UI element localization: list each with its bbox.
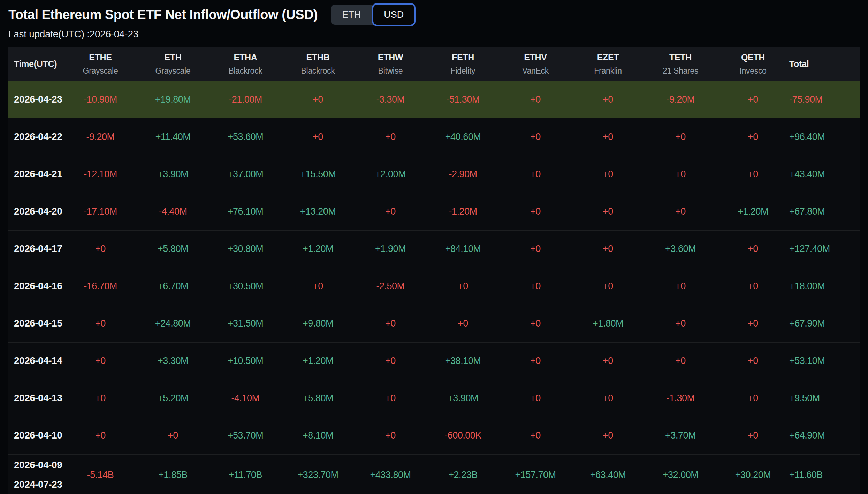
flow-value-cell: +0: [499, 417, 572, 454]
flow-value-cell: -10.90M: [64, 81, 137, 118]
flow-value-cell: +0: [644, 193, 717, 230]
etf-flow-table: Time(UTC) ETHEGrayscaleETHGrayscaleETHAB…: [8, 47, 860, 494]
total-cell: +11.60B: [789, 454, 860, 494]
flow-value-cell: +15.50M: [282, 156, 354, 193]
flow-value-cell: -2.50M: [354, 268, 427, 305]
flow-value-cell: -600.00K: [427, 417, 499, 454]
table-row[interactable]: 2026-04-092024-07-23-5.14B+1.85B+11.70B+…: [8, 454, 860, 494]
flow-value-cell: +0: [717, 342, 789, 380]
flow-value-cell: +0: [717, 81, 789, 118]
date-cell: 2026-04-17: [8, 230, 64, 268]
flow-value-cell: -9.20M: [644, 81, 717, 118]
flow-value-cell: +0: [717, 230, 789, 268]
flow-value-cell: +0: [282, 268, 354, 305]
currency-toggle: ETH USD: [331, 5, 414, 25]
flow-value-cell: +1.85B: [137, 454, 209, 494]
issuer-label: Grayscale: [64, 66, 137, 76]
ticker-label: ETHA: [209, 52, 282, 62]
last-update-label: Last update(UTC) :2026-04-23: [8, 29, 868, 40]
eth-toggle-button[interactable]: ETH: [331, 5, 372, 25]
flow-value-cell: +10.50M: [209, 342, 282, 380]
flow-value-cell: +1.80M: [572, 305, 644, 342]
column-header-time: Time(UTC): [8, 47, 64, 81]
column-header-ethe: ETHEGrayscale: [64, 47, 137, 81]
date-cell: 2026-04-15: [8, 305, 64, 342]
flow-value-cell: +0: [427, 268, 499, 305]
flow-value-cell: +0: [354, 305, 427, 342]
flow-value-cell: +2.00M: [354, 156, 427, 193]
table-row[interactable]: 2026-04-20-17.10M-4.40M+76.10M+13.20M+0-…: [8, 193, 860, 230]
flow-value-cell: +53.70M: [209, 417, 282, 454]
table-header-row: Time(UTC) ETHEGrayscaleETHGrayscaleETHAB…: [8, 47, 860, 81]
flow-value-cell: +0: [717, 156, 789, 193]
table-row[interactable]: 2026-04-17+0+5.80M+30.80M+1.20M+1.90M+84…: [8, 230, 860, 268]
ticker-label: ETH: [137, 52, 209, 62]
flow-value-cell: +40.60M: [427, 118, 499, 156]
flow-value-cell: +0: [572, 230, 644, 268]
table-row[interactable]: 2026-04-23-10.90M+19.80M-21.00M+0-3.30M-…: [8, 81, 860, 118]
total-cell: +67.90M: [789, 305, 860, 342]
table-row[interactable]: 2026-04-13+0+5.20M-4.10M+5.80M+0+3.90M+0…: [8, 380, 860, 417]
table-row[interactable]: 2026-04-15+0+24.80M+31.50M+9.80M+0+0+0+1…: [8, 305, 860, 342]
flow-value-cell: +0: [644, 268, 717, 305]
table-row[interactable]: 2026-04-21-12.10M+3.90M+37.00M+15.50M+2.…: [8, 156, 860, 193]
flow-value-cell: -16.70M: [64, 268, 137, 305]
flow-value-cell: +0: [354, 380, 427, 417]
flow-value-cell: +0: [499, 342, 572, 380]
column-header-ethv: ETHVVanEck: [499, 47, 572, 81]
flow-value-cell: +433.80M: [354, 454, 427, 494]
flow-value-cell: -17.10M: [64, 193, 137, 230]
issuer-label: 21 Shares: [644, 66, 717, 76]
flow-value-cell: -9.20M: [64, 118, 137, 156]
flow-value-cell: +0: [644, 118, 717, 156]
flow-value-cell: -51.30M: [427, 81, 499, 118]
flow-value-cell: +3.70M: [644, 417, 717, 454]
flow-value-cell: +0: [572, 417, 644, 454]
flow-value-cell: +11.70B: [209, 454, 282, 494]
table-row[interactable]: 2026-04-14+0+3.30M+10.50M+1.20M+0+38.10M…: [8, 342, 860, 380]
flow-value-cell: +3.60M: [644, 230, 717, 268]
total-cell: +67.80M: [789, 193, 860, 230]
flow-value-cell: +5.20M: [137, 380, 209, 417]
total-cell: -75.90M: [789, 81, 860, 118]
flow-value-cell: +31.50M: [209, 305, 282, 342]
flow-value-cell: -1.30M: [644, 380, 717, 417]
flow-value-cell: +53.60M: [209, 118, 282, 156]
flow-value-cell: +0: [427, 305, 499, 342]
flow-value-cell: +3.90M: [427, 380, 499, 417]
flow-value-cell: +32.00M: [644, 454, 717, 494]
flow-value-cell: +1.20M: [282, 230, 354, 268]
header-bar: Total Ethereum Spot ETF Net Inflow/Outfl…: [0, 0, 868, 26]
flow-value-cell: +9.80M: [282, 305, 354, 342]
flow-value-cell: +0: [64, 305, 137, 342]
issuer-label: Invesco: [717, 66, 789, 76]
date-cell: 2026-04-14: [8, 342, 64, 380]
date-cell: 2026-04-092024-07-23: [8, 454, 64, 494]
flow-value-cell: +0: [499, 193, 572, 230]
table-row[interactable]: 2026-04-22-9.20M+11.40M+53.60M+0+0+40.60…: [8, 118, 860, 156]
flow-value-cell: +0: [64, 230, 137, 268]
issuer-label: Blackrock: [282, 66, 354, 76]
table-row[interactable]: 2026-04-16-16.70M+6.70M+30.50M+0-2.50M+0…: [8, 268, 860, 305]
flow-value-cell: +0: [499, 268, 572, 305]
flow-value-cell: -4.40M: [137, 193, 209, 230]
flow-value-cell: +0: [717, 380, 789, 417]
date-cell: 2026-04-16: [8, 268, 64, 305]
page-title: Total Ethereum Spot ETF Net Inflow/Outfl…: [8, 7, 318, 22]
total-cell: +43.40M: [789, 156, 860, 193]
column-header-ezet: EZETFranklin: [572, 47, 644, 81]
flow-value-cell: +37.00M: [209, 156, 282, 193]
flow-value-cell: +30.20M: [717, 454, 789, 494]
flow-value-cell: +0: [64, 417, 137, 454]
flow-value-cell: -4.10M: [209, 380, 282, 417]
flow-value-cell: +0: [572, 342, 644, 380]
total-cell: +18.00M: [789, 268, 860, 305]
table-row[interactable]: 2026-04-10+0+0+53.70M+8.10M+0-600.00K+0+…: [8, 417, 860, 454]
column-header-total: Total: [789, 47, 860, 81]
column-header-teth: TETH21 Shares: [644, 47, 717, 81]
flow-value-cell: -5.14B: [64, 454, 137, 494]
date-cell: 2026-04-21: [8, 156, 64, 193]
flow-value-cell: +1.20M: [282, 342, 354, 380]
flow-value-cell: +157.70M: [499, 454, 572, 494]
usd-toggle-button[interactable]: USD: [372, 3, 416, 26]
